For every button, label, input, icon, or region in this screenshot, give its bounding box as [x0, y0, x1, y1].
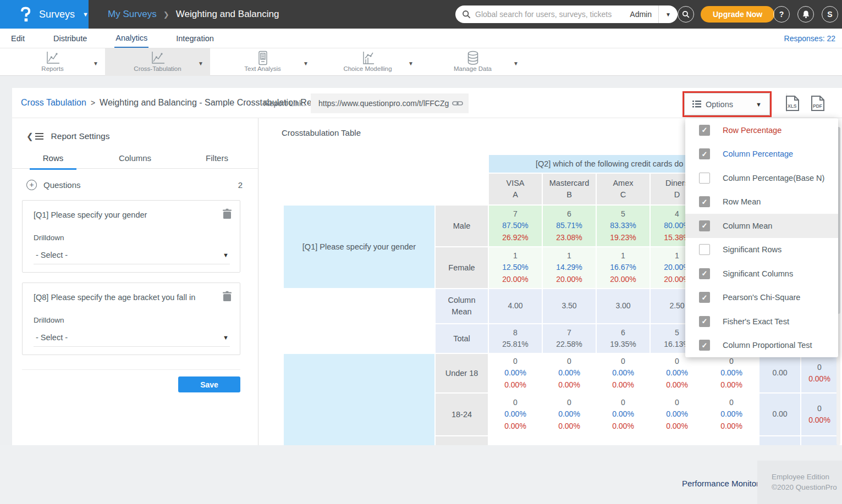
report-link-zone: Report Link: https://www.questionpro.com… [264, 93, 469, 113]
tab-columns[interactable]: Columns [94, 153, 176, 168]
drilldown-label: Drilldown [34, 316, 230, 324]
export-xls-icon[interactable]: XLS [785, 95, 800, 112]
report-link-label: Report Link: [264, 99, 305, 108]
menu-item-significant-columns[interactable]: ✓ Significant Columns [685, 262, 838, 286]
edition-box: Employee Edition ©2020 QuestionPro [757, 461, 842, 504]
svg-text:XLS: XLS [788, 103, 797, 109]
drilldown-select[interactable]: - Select - ▼ [34, 333, 230, 347]
drilldown-select[interactable]: - Select - ▼ [34, 251, 230, 264]
cross-tabulation-link[interactable]: Cross Tabulation [21, 98, 86, 108]
module-label: Reports [41, 65, 63, 72]
options-label: Options [706, 100, 733, 109]
search-icon [462, 10, 471, 19]
nav-edit[interactable]: Edit [10, 30, 26, 47]
menu-item-label: Column Percentage [723, 149, 793, 158]
crosstab-cell: 116.67%20.00% [597, 247, 650, 288]
performance-monitor-link[interactable]: Performance Monitor [682, 479, 759, 488]
line-chart-icon [150, 51, 166, 65]
product-switcher[interactable]: Surveys ▼ [0, 0, 89, 29]
module-reports[interactable]: Reports ▼ [0, 48, 105, 76]
crosstab-row-mean-cell: 0.00 [760, 354, 800, 392]
report-settings-title: Report Settings [51, 131, 110, 141]
crosstab-row-total-cell: 00.00% [801, 394, 838, 435]
chevron-down-icon: ▼ [223, 252, 230, 258]
questions-row: + Questions 2 [26, 180, 243, 190]
search-scope-dropdown[interactable]: ▼ [659, 12, 678, 18]
checked-checkbox-icon[interactable]: ✓ [699, 220, 710, 231]
module-cross-tabulation[interactable]: Cross-Tabulation ▼ [105, 48, 210, 76]
save-button[interactable]: Save [178, 376, 240, 392]
breadcrumb-separator-icon: ❯ [163, 10, 169, 19]
checked-checkbox-icon[interactable]: ✓ [699, 196, 710, 207]
crosstab-cell: 722.58% [543, 324, 596, 353]
menu-item-fisher-s-exact-test[interactable]: ✓ Fisher's Exact Test [685, 309, 838, 334]
report-url[interactable]: https://www.questionpro.com/t/lFFCZg [318, 99, 452, 108]
crosstab-cell: 583.33%19.23% [597, 206, 650, 246]
nav-analytics[interactable]: Analytics [114, 29, 148, 48]
drilldown-select-value: - Select - [34, 333, 68, 342]
nav-distribute[interactable]: Distribute [52, 30, 88, 47]
tab-rows[interactable]: Rows [12, 153, 94, 168]
report-url-box[interactable]: https://www.questionpro.com/t/lFFCZg [311, 93, 469, 113]
breadcrumb-my-surveys[interactable]: My Surveys [108, 9, 157, 20]
notifications-button[interactable] [797, 6, 814, 23]
chevron-down-icon[interactable]: ▼ [303, 60, 309, 67]
upgrade-now-button[interactable]: Upgrade Now [701, 6, 774, 23]
delete-question-icon[interactable] [222, 291, 232, 302]
menu-item-column-mean[interactable]: ✓ Column Mean [685, 214, 838, 238]
crosstab-row-header: 18-24 [436, 394, 488, 435]
crosstab-cell [489, 436, 542, 445]
export-pdf-icon[interactable]: PDF [811, 95, 825, 112]
menu-item-label: Row Mean [723, 197, 761, 206]
question-card: [Q8] Please specify the age bracket you … [22, 283, 240, 355]
search-submit-button[interactable] [678, 6, 694, 23]
chevron-down-icon[interactable]: ▼ [408, 60, 414, 67]
collapse-panel-icon[interactable]: ❮ [26, 131, 43, 141]
report-settings-header[interactable]: ❮ Report Settings [26, 131, 258, 141]
checked-checkbox-icon[interactable]: ✓ [699, 292, 710, 303]
options-button[interactable]: Options ▼ [684, 93, 770, 115]
checked-checkbox-icon[interactable]: ✓ [699, 268, 710, 279]
unchecked-checkbox-icon[interactable] [699, 173, 710, 184]
crosstab-cell [651, 436, 703, 445]
global-search-input[interactable] [471, 10, 630, 19]
module-text-analysis[interactable]: Text Analysis ▼ [210, 48, 315, 76]
menu-item-column-percentage[interactable]: ✓ Column Percentage [685, 142, 838, 167]
chevron-down-icon[interactable]: ▼ [93, 60, 98, 67]
menu-item-pearson-s-chi-square[interactable]: ✓ Pearson's Chi-Square [685, 286, 838, 310]
crosstab-cell: 00.00%0.00% [651, 354, 703, 392]
chevron-down-icon: ▼ [756, 101, 762, 108]
help-button[interactable]: ? [773, 6, 790, 23]
checked-checkbox-icon[interactable]: ✓ [699, 316, 710, 327]
search-scope-label: Admin [630, 10, 658, 19]
chevron-down-icon[interactable]: ▼ [513, 60, 519, 67]
module-label: Choice Modelling [343, 65, 392, 72]
crosstab-cell: 00.00%0.00% [597, 354, 650, 392]
unchecked-checkbox-icon[interactable] [699, 244, 710, 255]
module-manage-data[interactable]: Manage Data ▼ [420, 48, 525, 76]
menu-item-row-mean[interactable]: ✓ Row Mean [685, 190, 838, 214]
crosstab-column-header: VISAA [489, 174, 542, 204]
delete-question-icon[interactable] [222, 208, 232, 219]
add-question-icon[interactable]: + [26, 180, 37, 190]
chevron-down-icon[interactable]: ▼ [198, 60, 203, 67]
edition-line: Employee Edition [772, 472, 842, 482]
checked-checkbox-icon[interactable]: ✓ [699, 148, 710, 159]
link-icon[interactable] [452, 99, 463, 107]
menu-item-significant-rows[interactable]: Significant Rows [685, 238, 838, 262]
menu-item-row-percentage[interactable]: ✓ Row Percentage [685, 118, 838, 142]
menu-item-column-percentage-base-n-[interactable]: Column Percentage(Base N) [685, 166, 838, 190]
menu-item-column-proportional-test[interactable]: ✓ Column Proportional Test [685, 334, 838, 358]
crosstab-cell: 112.50%20.00% [489, 247, 542, 288]
checked-checkbox-icon[interactable]: ✓ [699, 125, 710, 136]
user-avatar[interactable]: S [822, 6, 838, 23]
module-choice-modelling[interactable]: Choice Modelling ▼ [315, 48, 420, 76]
options-dropdown-menu: ✓ Row Percentage ✓ Column Percentage Col… [685, 118, 838, 357]
tab-filters[interactable]: Filters [176, 153, 258, 168]
report-settings-panel: ❮ Report Settings Rows Columns Filters +… [12, 118, 258, 445]
crosstab-cell: 825.81% [489, 324, 542, 353]
global-search: Admin ▼ [455, 5, 678, 23]
crosstab-cell: 4.00 [489, 289, 542, 323]
nav-integration[interactable]: Integration [175, 30, 215, 47]
checked-checkbox-icon[interactable]: ✓ [699, 340, 710, 351]
